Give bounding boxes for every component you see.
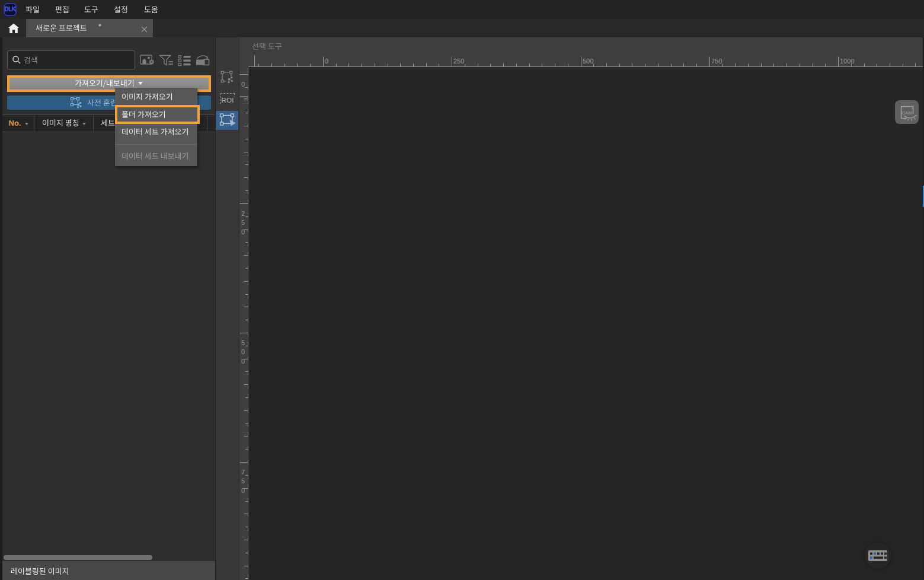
svg-text:7: 7: [241, 469, 245, 476]
svg-text:500: 500: [583, 58, 593, 65]
svg-text:1000: 1000: [840, 58, 854, 65]
svg-text:2: 2: [241, 210, 245, 217]
svg-text:0: 0: [325, 58, 328, 65]
svg-text:5: 5: [241, 339, 245, 346]
svg-text:750: 750: [711, 58, 722, 65]
svg-text:5: 5: [241, 219, 245, 226]
svg-text:250: 250: [453, 58, 464, 65]
svg-text:0: 0: [241, 81, 245, 88]
svg-text:0: 0: [241, 228, 245, 235]
svg-text:CAM: CAM: [901, 110, 912, 116]
svg-text:0: 0: [241, 487, 245, 494]
svg-text:5: 5: [241, 477, 245, 485]
svg-text:0: 0: [241, 358, 245, 365]
svg-text:0: 0: [241, 348, 245, 355]
